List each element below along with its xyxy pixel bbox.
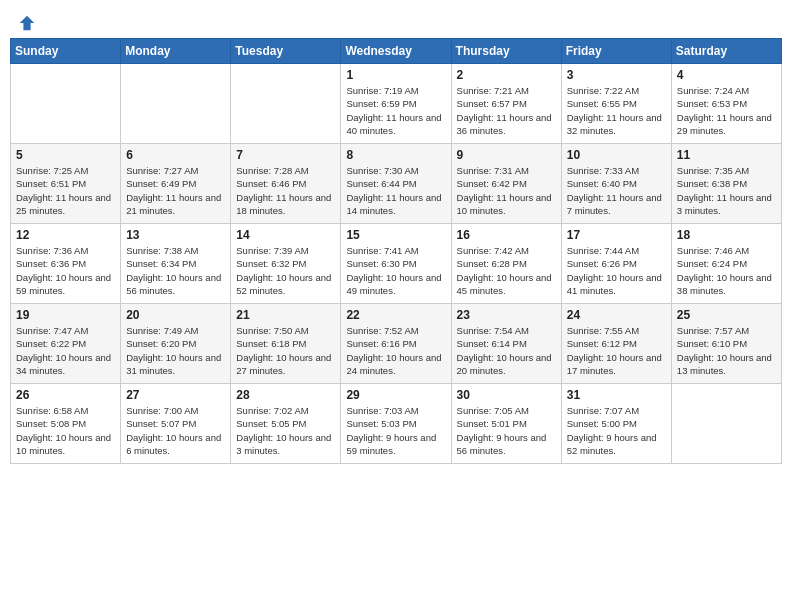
day-info: Sunrise: 7:19 AM Sunset: 6:59 PM Dayligh… xyxy=(346,84,445,137)
day-number: 2 xyxy=(457,68,556,82)
day-cell: 30Sunrise: 7:05 AM Sunset: 5:01 PM Dayli… xyxy=(451,384,561,464)
day-number: 16 xyxy=(457,228,556,242)
day-info: Sunrise: 7:07 AM Sunset: 5:00 PM Dayligh… xyxy=(567,404,666,457)
day-info: Sunrise: 7:57 AM Sunset: 6:10 PM Dayligh… xyxy=(677,324,776,377)
day-number: 25 xyxy=(677,308,776,322)
day-cell: 15Sunrise: 7:41 AM Sunset: 6:30 PM Dayli… xyxy=(341,224,451,304)
day-cell: 7Sunrise: 7:28 AM Sunset: 6:46 PM Daylig… xyxy=(231,144,341,224)
day-info: Sunrise: 7:30 AM Sunset: 6:44 PM Dayligh… xyxy=(346,164,445,217)
day-cell: 24Sunrise: 7:55 AM Sunset: 6:12 PM Dayli… xyxy=(561,304,671,384)
day-cell: 16Sunrise: 7:42 AM Sunset: 6:28 PM Dayli… xyxy=(451,224,561,304)
day-info: Sunrise: 7:31 AM Sunset: 6:42 PM Dayligh… xyxy=(457,164,556,217)
day-info: Sunrise: 7:42 AM Sunset: 6:28 PM Dayligh… xyxy=(457,244,556,297)
week-row-2: 5Sunrise: 7:25 AM Sunset: 6:51 PM Daylig… xyxy=(11,144,782,224)
day-number: 6 xyxy=(126,148,225,162)
day-cell: 20Sunrise: 7:49 AM Sunset: 6:20 PM Dayli… xyxy=(121,304,231,384)
weekday-friday: Friday xyxy=(561,39,671,64)
day-cell: 5Sunrise: 7:25 AM Sunset: 6:51 PM Daylig… xyxy=(11,144,121,224)
day-number: 3 xyxy=(567,68,666,82)
day-info: Sunrise: 7:41 AM Sunset: 6:30 PM Dayligh… xyxy=(346,244,445,297)
day-info: Sunrise: 7:28 AM Sunset: 6:46 PM Dayligh… xyxy=(236,164,335,217)
day-info: Sunrise: 7:52 AM Sunset: 6:16 PM Dayligh… xyxy=(346,324,445,377)
day-number: 20 xyxy=(126,308,225,322)
day-number: 18 xyxy=(677,228,776,242)
weekday-saturday: Saturday xyxy=(671,39,781,64)
calendar: SundayMondayTuesdayWednesdayThursdayFrid… xyxy=(10,38,782,464)
day-cell: 19Sunrise: 7:47 AM Sunset: 6:22 PM Dayli… xyxy=(11,304,121,384)
day-cell: 10Sunrise: 7:33 AM Sunset: 6:40 PM Dayli… xyxy=(561,144,671,224)
header xyxy=(10,10,782,32)
day-cell: 4Sunrise: 7:24 AM Sunset: 6:53 PM Daylig… xyxy=(671,64,781,144)
week-row-3: 12Sunrise: 7:36 AM Sunset: 6:36 PM Dayli… xyxy=(11,224,782,304)
day-info: Sunrise: 6:58 AM Sunset: 5:08 PM Dayligh… xyxy=(16,404,115,457)
day-info: Sunrise: 7:25 AM Sunset: 6:51 PM Dayligh… xyxy=(16,164,115,217)
day-info: Sunrise: 7:39 AM Sunset: 6:32 PM Dayligh… xyxy=(236,244,335,297)
day-cell xyxy=(231,64,341,144)
day-info: Sunrise: 7:24 AM Sunset: 6:53 PM Dayligh… xyxy=(677,84,776,137)
day-cell: 1Sunrise: 7:19 AM Sunset: 6:59 PM Daylig… xyxy=(341,64,451,144)
day-number: 26 xyxy=(16,388,115,402)
day-number: 14 xyxy=(236,228,335,242)
weekday-header-row: SundayMondayTuesdayWednesdayThursdayFrid… xyxy=(11,39,782,64)
day-cell: 27Sunrise: 7:00 AM Sunset: 5:07 PM Dayli… xyxy=(121,384,231,464)
day-cell: 25Sunrise: 7:57 AM Sunset: 6:10 PM Dayli… xyxy=(671,304,781,384)
day-cell: 26Sunrise: 6:58 AM Sunset: 5:08 PM Dayli… xyxy=(11,384,121,464)
day-number: 28 xyxy=(236,388,335,402)
day-cell: 11Sunrise: 7:35 AM Sunset: 6:38 PM Dayli… xyxy=(671,144,781,224)
day-number: 12 xyxy=(16,228,115,242)
day-number: 9 xyxy=(457,148,556,162)
day-cell: 2Sunrise: 7:21 AM Sunset: 6:57 PM Daylig… xyxy=(451,64,561,144)
day-cell: 22Sunrise: 7:52 AM Sunset: 6:16 PM Dayli… xyxy=(341,304,451,384)
day-info: Sunrise: 7:36 AM Sunset: 6:36 PM Dayligh… xyxy=(16,244,115,297)
weekday-wednesday: Wednesday xyxy=(341,39,451,64)
day-info: Sunrise: 7:49 AM Sunset: 6:20 PM Dayligh… xyxy=(126,324,225,377)
day-cell: 28Sunrise: 7:02 AM Sunset: 5:05 PM Dayli… xyxy=(231,384,341,464)
day-cell: 23Sunrise: 7:54 AM Sunset: 6:14 PM Dayli… xyxy=(451,304,561,384)
day-number: 29 xyxy=(346,388,445,402)
day-number: 17 xyxy=(567,228,666,242)
day-cell: 14Sunrise: 7:39 AM Sunset: 6:32 PM Dayli… xyxy=(231,224,341,304)
day-info: Sunrise: 7:47 AM Sunset: 6:22 PM Dayligh… xyxy=(16,324,115,377)
logo xyxy=(16,14,36,28)
day-number: 27 xyxy=(126,388,225,402)
weekday-thursday: Thursday xyxy=(451,39,561,64)
day-cell xyxy=(671,384,781,464)
week-row-1: 1Sunrise: 7:19 AM Sunset: 6:59 PM Daylig… xyxy=(11,64,782,144)
day-number: 11 xyxy=(677,148,776,162)
day-number: 19 xyxy=(16,308,115,322)
day-number: 13 xyxy=(126,228,225,242)
weekday-tuesday: Tuesday xyxy=(231,39,341,64)
day-info: Sunrise: 7:05 AM Sunset: 5:01 PM Dayligh… xyxy=(457,404,556,457)
day-cell: 6Sunrise: 7:27 AM Sunset: 6:49 PM Daylig… xyxy=(121,144,231,224)
day-cell: 8Sunrise: 7:30 AM Sunset: 6:44 PM Daylig… xyxy=(341,144,451,224)
day-info: Sunrise: 7:54 AM Sunset: 6:14 PM Dayligh… xyxy=(457,324,556,377)
calendar-body: 1Sunrise: 7:19 AM Sunset: 6:59 PM Daylig… xyxy=(11,64,782,464)
day-number: 30 xyxy=(457,388,556,402)
week-row-5: 26Sunrise: 6:58 AM Sunset: 5:08 PM Dayli… xyxy=(11,384,782,464)
day-number: 8 xyxy=(346,148,445,162)
day-number: 15 xyxy=(346,228,445,242)
day-info: Sunrise: 7:27 AM Sunset: 6:49 PM Dayligh… xyxy=(126,164,225,217)
day-info: Sunrise: 7:21 AM Sunset: 6:57 PM Dayligh… xyxy=(457,84,556,137)
day-info: Sunrise: 7:50 AM Sunset: 6:18 PM Dayligh… xyxy=(236,324,335,377)
day-cell: 3Sunrise: 7:22 AM Sunset: 6:55 PM Daylig… xyxy=(561,64,671,144)
day-cell: 9Sunrise: 7:31 AM Sunset: 6:42 PM Daylig… xyxy=(451,144,561,224)
weekday-monday: Monday xyxy=(121,39,231,64)
day-number: 1 xyxy=(346,68,445,82)
day-number: 22 xyxy=(346,308,445,322)
day-number: 4 xyxy=(677,68,776,82)
day-number: 31 xyxy=(567,388,666,402)
day-cell: 31Sunrise: 7:07 AM Sunset: 5:00 PM Dayli… xyxy=(561,384,671,464)
day-cell xyxy=(121,64,231,144)
day-info: Sunrise: 7:46 AM Sunset: 6:24 PM Dayligh… xyxy=(677,244,776,297)
week-row-4: 19Sunrise: 7:47 AM Sunset: 6:22 PM Dayli… xyxy=(11,304,782,384)
day-number: 23 xyxy=(457,308,556,322)
day-info: Sunrise: 7:22 AM Sunset: 6:55 PM Dayligh… xyxy=(567,84,666,137)
day-info: Sunrise: 7:55 AM Sunset: 6:12 PM Dayligh… xyxy=(567,324,666,377)
day-number: 7 xyxy=(236,148,335,162)
day-cell: 18Sunrise: 7:46 AM Sunset: 6:24 PM Dayli… xyxy=(671,224,781,304)
day-cell: 12Sunrise: 7:36 AM Sunset: 6:36 PM Dayli… xyxy=(11,224,121,304)
weekday-sunday: Sunday xyxy=(11,39,121,64)
day-cell: 21Sunrise: 7:50 AM Sunset: 6:18 PM Dayli… xyxy=(231,304,341,384)
day-cell xyxy=(11,64,121,144)
